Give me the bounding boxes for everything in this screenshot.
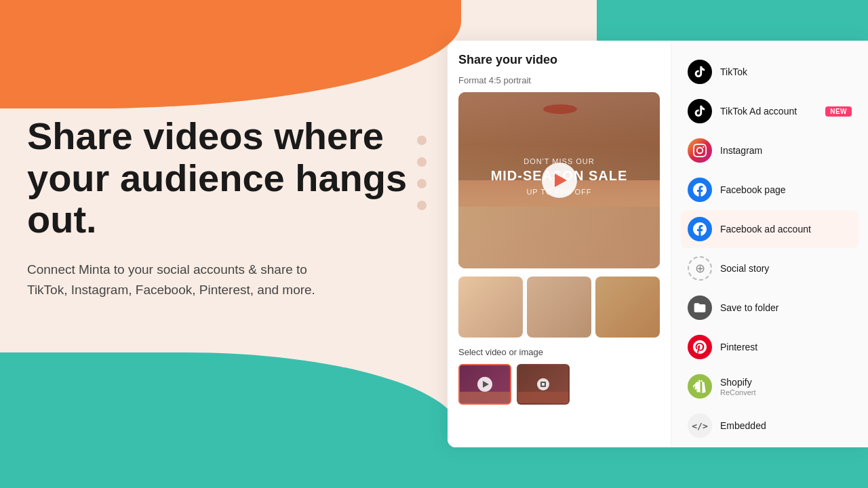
shopify-label: Shopify xyxy=(720,377,752,388)
facebook-ad-icon xyxy=(688,217,712,241)
facebook-ad-label: Facebook ad account xyxy=(720,224,852,235)
shopify-labels: Shopify ReConvert xyxy=(720,376,756,396)
save-folder-icon xyxy=(688,296,712,320)
new-badge: NEW xyxy=(825,106,852,117)
hero-heading: Share videos where your audience hangs o… xyxy=(27,115,414,241)
format-label: Format 4:5 portrait xyxy=(458,75,660,85)
shopify-sublabel: ReConvert xyxy=(720,388,756,396)
thumbnail-1[interactable] xyxy=(458,277,523,338)
pinterest-label: Pinterest xyxy=(720,342,852,352)
embedded-icon: </> xyxy=(688,413,712,438)
share-option-social-story[interactable]: ⊕ Social story xyxy=(681,249,859,287)
embedded-label: Embedded xyxy=(720,420,852,431)
facebook-page-label: Facebook page xyxy=(720,184,852,195)
facebook-page-icon xyxy=(688,178,712,202)
tiktok-label: TikTok xyxy=(720,66,852,77)
social-story-icon: ⊕ xyxy=(688,256,712,281)
video-select-2[interactable] xyxy=(517,364,570,405)
video-select-strip xyxy=(458,364,660,405)
hero-subtext: Connect Minta to your social accounts & … xyxy=(27,260,339,301)
shopify-icon xyxy=(688,374,712,399)
pinterest-icon xyxy=(688,335,712,359)
hero-content: Share videos where your audience hangs o… xyxy=(27,115,414,301)
share-options-panel: TikTok TikTok Ad account NEW Instagram F… xyxy=(671,41,868,447)
play-button[interactable] xyxy=(542,163,577,198)
share-option-pinterest[interactable]: Pinterest xyxy=(681,328,859,366)
share-option-facebook-page[interactable]: Facebook page xyxy=(681,171,859,209)
thumbnail-2[interactable] xyxy=(527,277,591,338)
play-triangle-small xyxy=(483,381,489,388)
thumbnail-3[interactable] xyxy=(595,277,660,338)
bg-orange-shape xyxy=(0,0,461,108)
instagram-icon xyxy=(688,138,712,163)
tiktok-icon xyxy=(688,60,712,84)
video-select-1[interactable] xyxy=(458,364,511,405)
preview-section: Share your video Format 4:5 portrait DON… xyxy=(448,41,671,447)
share-option-save-folder[interactable]: Save to folder xyxy=(681,289,859,327)
decorative-dots xyxy=(417,136,427,210)
bg-teal-top-right-shape xyxy=(597,0,868,41)
select-media-label: Select video or image xyxy=(458,347,660,357)
share-option-facebook-ad[interactable]: Facebook ad account xyxy=(681,210,859,248)
video-preview[interactable]: DON'T MISS OUR MID-SEASON SALE UP TO 40%… xyxy=(458,92,660,268)
tiktok-ad-icon xyxy=(688,99,712,123)
panel-title: Share your video xyxy=(458,53,660,67)
share-option-shopify[interactable]: Shopify ReConvert xyxy=(681,367,859,405)
instagram-label: Instagram xyxy=(720,145,852,156)
share-option-embedded[interactable]: </> Embedded xyxy=(681,407,859,445)
save-folder-label: Save to folder xyxy=(720,302,852,313)
thumb-play-icon-1 xyxy=(477,377,492,392)
share-option-tiktok[interactable]: TikTok xyxy=(681,53,859,91)
share-panel: Share your video Format 4:5 portrait DON… xyxy=(448,41,868,447)
share-option-tiktok-ad[interactable]: TikTok Ad account NEW xyxy=(681,92,859,130)
play-icon xyxy=(555,174,567,187)
tiktok-ad-label: TikTok Ad account xyxy=(720,106,817,117)
bg-teal-bottom-shape xyxy=(0,352,461,488)
share-option-instagram[interactable]: Instagram xyxy=(681,131,859,169)
share-option-download[interactable]: Download xyxy=(681,446,859,447)
social-story-label: Social story xyxy=(720,263,852,274)
thumbnail-strip xyxy=(458,277,660,338)
